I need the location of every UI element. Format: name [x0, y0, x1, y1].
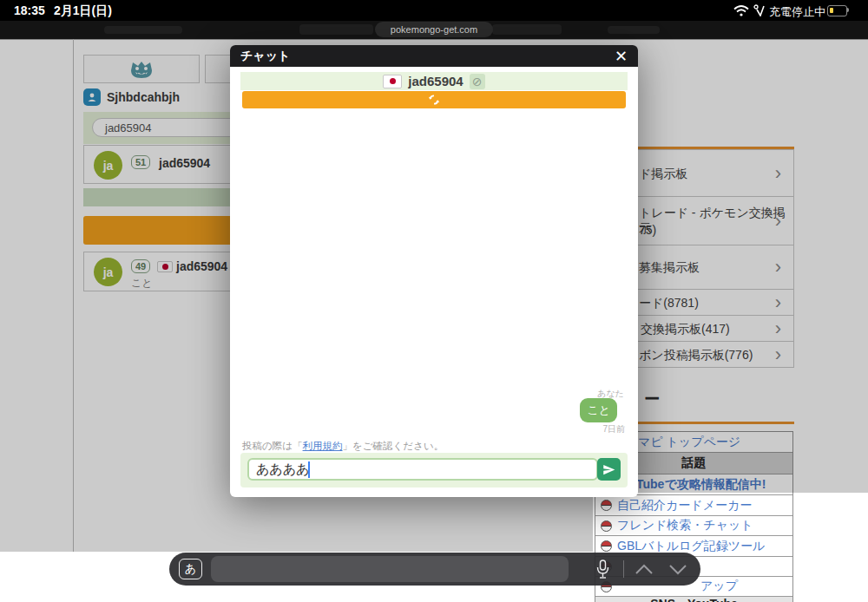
- sns-header: SNS・YouTube: [650, 597, 738, 602]
- toolbar-blur-shape: [492, 24, 562, 35]
- peer-name-box: jad65904 ⊘: [240, 72, 628, 90]
- refresh-button[interactable]: [242, 91, 626, 108]
- peer-name: jad65904: [408, 74, 463, 88]
- candidate-strip[interactable]: [211, 556, 569, 582]
- sns-header-row: SNS・YouTube: [595, 597, 792, 602]
- chevron-down-icon[interactable]: [668, 564, 687, 575]
- battery-cap: [847, 8, 849, 12]
- clock: 18:35: [14, 3, 45, 17]
- date: 2月1日(日): [54, 3, 112, 19]
- status-bar: 18:35 2月1日(日) 充電停止中: [0, 0, 868, 21]
- language-key[interactable]: あ: [179, 559, 202, 579]
- message-bubble: こと: [580, 398, 617, 422]
- toolbar-blur-shape: [104, 26, 182, 34]
- close-icon[interactable]: ✕: [615, 49, 628, 64]
- send-button[interactable]: [597, 458, 621, 481]
- terms-note: 投稿の際は「利用規約」をご確認ください。: [242, 440, 444, 453]
- gbl-log-link[interactable]: GBLバトルログ記録ツール: [617, 539, 765, 554]
- toolbar-blur-shape: [299, 24, 373, 35]
- text-caret: [308, 461, 310, 478]
- wifi-icon: [733, 5, 749, 16]
- microphone-icon[interactable]: [596, 559, 609, 579]
- block-user-icon[interactable]: ⊘: [470, 74, 485, 89]
- japan-flag-icon: [383, 75, 402, 88]
- card-maker-link[interactable]: 自己紹介カードメーカー: [617, 498, 752, 514]
- url-bar[interactable]: pokemongo-get.com: [375, 22, 493, 37]
- status-accessory-icon: [753, 4, 766, 16]
- toolbar-blur-shape: [608, 26, 660, 34]
- keyboard-separator: [623, 560, 624, 578]
- message-time: 7日前: [602, 423, 625, 435]
- pokeball-icon: [601, 500, 612, 511]
- terms-link[interactable]: 利用規約: [303, 441, 343, 451]
- chat-message-input[interactable]: [247, 458, 598, 481]
- keyboard-accessory-bar: あ: [169, 553, 700, 586]
- send-icon: [602, 463, 615, 476]
- pokeball-icon: [601, 540, 612, 552]
- screen: Sjhbdcahbjh jad65904 ja 51 jad65904 ja 4…: [0, 0, 868, 602]
- terms-note-suffix: 」をご確認ください。: [343, 441, 444, 451]
- link-row-card-maker[interactable]: 自己紹介カードメーカー: [595, 495, 792, 516]
- modal-title: チャット: [240, 49, 290, 64]
- partial-link[interactable]: アップ: [700, 579, 738, 594]
- modal-header: チャット ✕: [230, 45, 638, 67]
- chevron-up-icon[interactable]: [635, 564, 654, 575]
- link-row-friend-search[interactable]: フレンド検索・チャット: [595, 516, 792, 536]
- browser-toolbar: pokemongo-get.com: [0, 21, 868, 39]
- chat-input-area: [240, 453, 628, 487]
- refresh-icon: [428, 94, 440, 106]
- battery-icon: [827, 5, 847, 16]
- terms-note-prefix: 投稿の際は「: [242, 441, 303, 451]
- battery-fill: [830, 8, 833, 13]
- chat-modal: チャット ✕ jad65904 ⊘ あなた こと 7日前 投稿の際は「利用規約」…: [230, 45, 638, 497]
- friend-search-link[interactable]: フレンド検索・チャット: [617, 518, 753, 533]
- pokeball-icon: [601, 520, 612, 532]
- charging-status-label: 充電停止中: [769, 4, 825, 20]
